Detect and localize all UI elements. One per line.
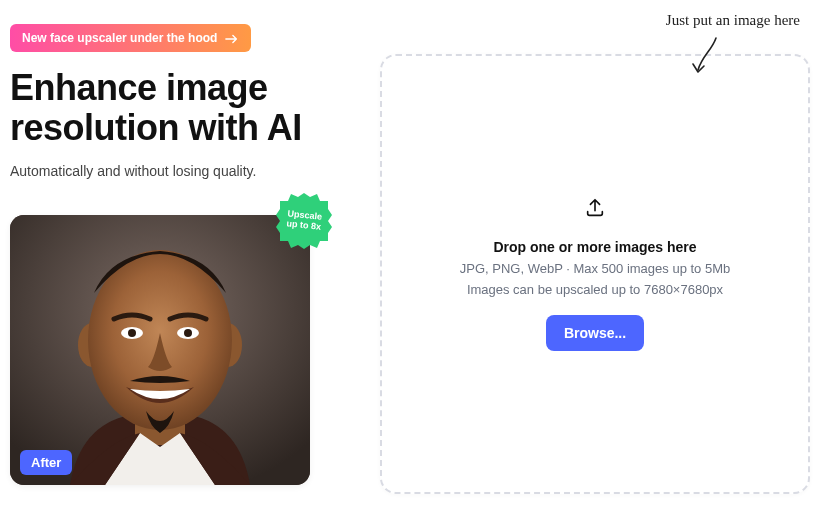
example-image [10,215,310,485]
dropzone-max: Images can be upscaled up to 7680×7680px [467,282,723,297]
svg-point-8 [184,329,192,337]
page-subtitle: Automatically and without losing quality… [10,163,340,179]
promo-label: New face upscaler under the hood [22,31,217,45]
promo-badge[interactable]: New face upscaler under the hood [10,24,251,52]
arrow-right-icon [225,33,239,43]
dropzone[interactable]: Drop one or more images here JPG, PNG, W… [380,54,810,494]
dropzone-title: Drop one or more images here [493,239,696,255]
dropzone-formats: JPG, PNG, WebP · Max 500 images up to 5M… [460,261,730,276]
upload-icon [584,197,606,223]
handwriting-callout: Just put an image here [666,12,800,29]
sticker-text: Upscale up to 8x [286,209,323,233]
hand-arrow-icon [688,36,722,78]
example-image-card: Upscale up to 8x After [10,215,310,485]
page-title: Enhance image resolution with AI [10,68,340,149]
upscale-sticker: Upscale up to 8x [276,193,332,249]
after-chip: After [20,450,72,475]
browse-button[interactable]: Browse... [546,315,644,351]
svg-point-7 [128,329,136,337]
